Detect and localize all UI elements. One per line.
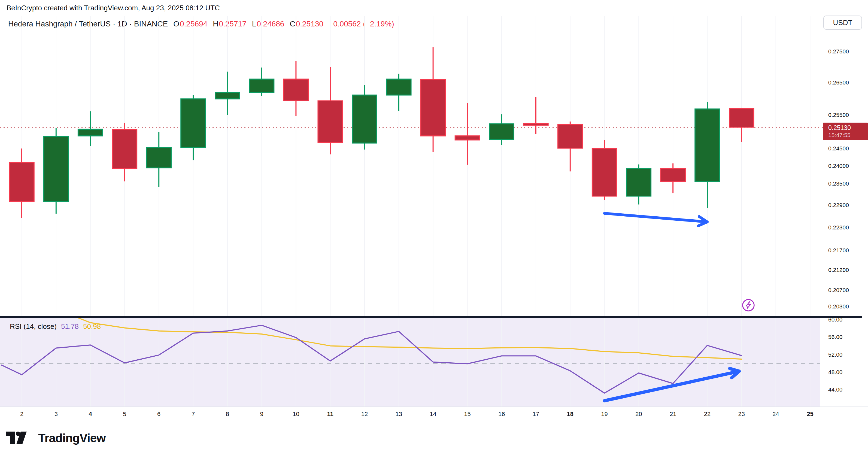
rsi-value: 51.78 <box>61 322 79 331</box>
candle-body <box>215 92 240 99</box>
date-tick-label: 7 <box>181 409 206 419</box>
rsi-tick-label: 56.00 <box>828 333 843 341</box>
lightning-icon[interactable] <box>743 299 754 311</box>
candle-body <box>44 136 68 202</box>
date-tick-label: 8 <box>215 409 240 419</box>
rsi-tick-label: 48.00 <box>828 368 843 376</box>
rsi-axis[interactable]: 60.0056.0052.0048.0044.00 <box>828 0 868 455</box>
candle-body <box>489 124 514 140</box>
date-tick-label: 14 <box>421 409 445 419</box>
date-tick-label: 21 <box>661 409 685 419</box>
candle-body <box>421 79 445 136</box>
rsi-tick-label: 52.00 <box>828 351 843 359</box>
date-tick-label: 13 <box>386 409 411 419</box>
candle-body <box>284 79 308 101</box>
tradingview-glyph-icon <box>6 431 33 445</box>
candle-body <box>386 79 411 95</box>
candle-body <box>181 99 206 147</box>
rsi-ma-value: 50.98 <box>83 322 101 331</box>
candle-body <box>9 162 34 202</box>
date-tick-label: 24 <box>764 409 788 419</box>
date-tick-label: 23 <box>729 409 754 419</box>
date-tick-label: 11 <box>318 409 342 419</box>
date-axis[interactable]: 2345678910111213141516171819202122232425 <box>0 409 868 420</box>
pane-divider[interactable] <box>0 316 862 318</box>
date-tick-label: 18 <box>558 409 583 419</box>
rsi-indicator-label[interactable]: RSI (14, close) 51.78 50.98 <box>10 322 101 331</box>
candle-body <box>524 123 548 125</box>
candle-body <box>695 109 719 182</box>
rsi-tick-label: 44.00 <box>828 386 843 393</box>
date-tick-label: 15 <box>455 409 479 419</box>
candle-body <box>455 136 479 140</box>
date-tick-label: 16 <box>489 409 514 419</box>
price-trend-arrow[interactable] <box>604 213 707 222</box>
date-tick-label: 25 <box>798 409 822 419</box>
date-tick-label: 9 <box>250 409 274 419</box>
candle-body <box>250 79 274 92</box>
date-tick-label: 4 <box>78 409 103 419</box>
candle-body <box>626 169 651 196</box>
candle-body <box>661 169 685 182</box>
chart-canvas[interactable] <box>0 0 868 455</box>
date-tick-label: 12 <box>352 409 377 419</box>
candle-body <box>318 101 342 143</box>
date-tick-label: 22 <box>695 409 719 419</box>
rsi-name: RSI (14, close) <box>10 322 57 331</box>
candle-body <box>558 124 583 148</box>
candle-body <box>352 95 377 143</box>
date-tick-label: 3 <box>44 409 68 419</box>
date-tick-label: 20 <box>626 409 651 419</box>
date-tick-label: 17 <box>524 409 548 419</box>
tradingview-chart-page: BeInCrypto created with TradingView.com,… <box>0 0 868 455</box>
candle-body <box>147 147 171 168</box>
date-tick-label: 2 <box>9 409 34 419</box>
candle-body <box>592 149 617 196</box>
date-tick-label: 10 <box>284 409 308 419</box>
date-tick-label: 6 <box>147 409 171 419</box>
date-tick-label: 5 <box>112 409 137 419</box>
candle-body <box>112 129 137 169</box>
tradingview-wordmark: TradingView <box>38 431 105 445</box>
candle-body <box>729 109 754 127</box>
candle-body <box>78 129 103 136</box>
date-tick-label: 19 <box>592 409 617 419</box>
rsi-tick-label: 60.00 <box>828 316 843 324</box>
tradingview-logo[interactable]: TradingView <box>6 431 105 445</box>
